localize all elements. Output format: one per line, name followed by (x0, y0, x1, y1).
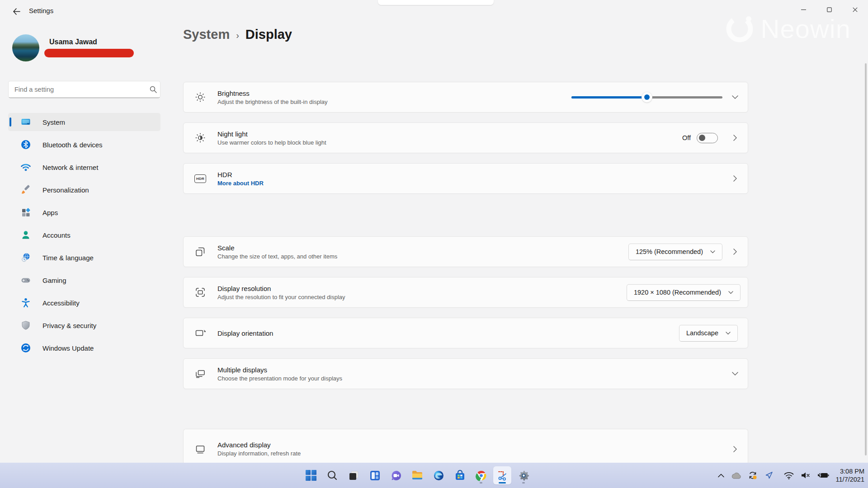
scale-dropdown[interactable]: 125% (Recommended) (628, 244, 722, 260)
widgets-button[interactable] (366, 466, 384, 484)
brightness-expand-button[interactable] (722, 95, 748, 99)
chrome-button[interactable] (472, 466, 490, 484)
sidebar-item-label: Accounts (42, 231, 71, 239)
store-icon (454, 470, 466, 481)
chat-button[interactable] (387, 466, 405, 484)
profile-name: Usama Jawad (49, 38, 97, 46)
scale-row[interactable]: Scale Change the size of text, apps, and… (183, 236, 748, 267)
overlay-strip (378, 0, 494, 5)
brightness-slider-fill (571, 96, 647, 99)
maximize-button[interactable] (816, 0, 842, 19)
sidebar-item-gaming[interactable]: Gaming (8, 271, 160, 289)
minimize-button[interactable] (791, 0, 816, 19)
display-orientation-icon (194, 327, 206, 339)
chevron-right-icon (733, 175, 737, 182)
brightness-slider-thumb[interactable] (642, 92, 652, 102)
back-button[interactable] (8, 5, 24, 18)
widgets-icon (369, 470, 381, 481)
sidebar-item-accessibility[interactable]: Accessibility (8, 294, 160, 312)
night-light-icon (194, 132, 206, 144)
system-icon (20, 117, 31, 127)
file-explorer-button[interactable] (408, 466, 426, 484)
network-icon (20, 162, 31, 173)
brightness-slider[interactable] (571, 92, 722, 102)
hidden-icons-chevron[interactable] (718, 474, 724, 478)
brightness-subtitle: Adjust the brightness of the built-in di… (217, 99, 328, 105)
running-indicator (522, 482, 525, 483)
night-light-row[interactable]: Night light Use warmer colors to help bl… (183, 122, 748, 153)
sidebar-item-personalization[interactable]: Personalization (8, 181, 160, 199)
update-sync-icon[interactable] (748, 470, 758, 480)
avatar[interactable] (12, 34, 39, 61)
vertical-scrollbar[interactable] (865, 63, 867, 455)
night-light-open-button[interactable] (722, 135, 748, 141)
close-button[interactable] (842, 0, 868, 19)
sidebar-item-bluetooth-devices[interactable]: Bluetooth & devices (8, 136, 160, 154)
sidebar-item-accounts[interactable]: Accounts (8, 226, 160, 244)
advanced-display-icon (194, 443, 206, 455)
advanced-display-open-button[interactable] (722, 446, 748, 452)
taskbar-search-button[interactable] (323, 466, 341, 484)
brightness-row[interactable]: Brightness Adjust the brightness of the … (183, 82, 748, 113)
chevron-down-icon (732, 95, 738, 99)
scale-open-button[interactable] (722, 249, 748, 255)
sidebar-item-system[interactable]: System (8, 113, 160, 131)
onedrive-icon[interactable] (731, 472, 741, 479)
search-input[interactable] (9, 86, 146, 93)
hdr-row[interactable]: HDR HDR More about HDR (183, 163, 748, 194)
volume-muted-icon[interactable] (801, 471, 811, 479)
sidebar-item-privacy-security[interactable]: Privacy & security (8, 316, 160, 334)
night-light-state: Off (682, 134, 691, 141)
search-icon[interactable] (146, 86, 160, 93)
back-arrow-icon (14, 9, 20, 14)
display-resolution-subtitle: Adjust the resolution to fit your connec… (217, 294, 345, 300)
brightness-icon (194, 91, 206, 103)
multiple-displays-title: Multiple displays (217, 366, 342, 374)
sidebar-item-network-internet[interactable]: Network & internet (8, 158, 160, 176)
multiple-displays-row[interactable]: Multiple displays Choose the presentatio… (183, 358, 748, 389)
breadcrumb-system[interactable]: System (183, 27, 230, 42)
breadcrumb: System › Display (183, 27, 292, 42)
snipping-tool-button[interactable] (493, 466, 511, 484)
sidebar-item-time-language[interactable]: Time & language (8, 249, 160, 267)
night-light-toggle[interactable] (697, 133, 718, 143)
clock-time: 3:08 PM (836, 467, 864, 475)
display-orientation-dropdown[interactable]: Landscape (679, 325, 738, 342)
multiple-displays-icon (194, 368, 206, 380)
display-orientation-row[interactable]: Display orientation Landscape (183, 318, 748, 348)
location-icon[interactable] (764, 471, 774, 480)
night-light-title: Night light (217, 130, 326, 138)
display-resolution-dropdown[interactable]: 868 × 488 (Recommended) (627, 284, 741, 301)
hdr-title: HDR (217, 171, 264, 178)
store-button[interactable] (451, 466, 469, 484)
task-view-icon (348, 470, 359, 481)
scale-dropdown-value: 125% (Recommended) (636, 248, 703, 255)
running-indicator (480, 482, 482, 483)
close-icon (853, 7, 858, 12)
task-view-button[interactable] (344, 466, 363, 484)
page-title: Display (245, 27, 292, 42)
scale-subtitle: Change the size of text, apps, and other… (217, 253, 337, 260)
chat-icon (391, 470, 402, 481)
maximize-icon (827, 7, 832, 12)
hdr-more-link[interactable]: More about HDR (217, 180, 264, 187)
start-button[interactable] (302, 466, 320, 484)
taskbar: 3:08 PM 11/7/2021 (0, 463, 868, 488)
sidebar-item-label: Apps (42, 209, 58, 216)
multiple-displays-expand-button[interactable] (722, 372, 748, 375)
sidebar-item-label: Network & internet (42, 164, 98, 171)
search-box[interactable] (8, 81, 160, 98)
edge-button[interactable] (429, 466, 448, 484)
snipping-tool-icon (497, 470, 508, 481)
sidebar-item-windows-update[interactable]: Windows Update (8, 339, 160, 357)
edge-icon (433, 470, 444, 481)
wifi-icon[interactable] (784, 472, 794, 479)
sidebar-item-label: Bluetooth & devices (42, 141, 103, 149)
hdr-open-button[interactable] (722, 175, 748, 182)
taskbar-clock[interactable]: 3:08 PM 11/7/2021 (836, 467, 864, 483)
sidebar-item-apps[interactable]: Apps (8, 203, 160, 221)
taskbar-settings-button[interactable] (514, 466, 533, 484)
chevron-up-icon (718, 474, 724, 478)
battery-charging-icon[interactable] (817, 472, 829, 479)
display-resolution-row[interactable]: Display resolution Adjust the resolution… (183, 277, 748, 308)
